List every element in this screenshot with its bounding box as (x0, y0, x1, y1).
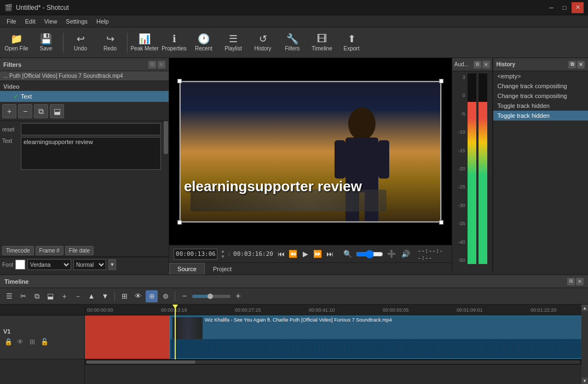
export-button[interactable]: ⬆ Export (337, 30, 366, 56)
track-v1-icons: 🔒 👁 ⊞ 🔓 (3, 337, 81, 347)
peak-meter-button[interactable]: 📊 Peak Meter (130, 30, 159, 56)
font-style-select[interactable]: Normal (73, 259, 106, 270)
history-item-3[interactable]: Toggle track hidden (493, 101, 588, 111)
history-item-4[interactable]: Toggle track hidden (493, 111, 588, 121)
history-item-2[interactable]: Change track compositing (493, 91, 588, 101)
scrollbar-track[interactable] (86, 360, 580, 364)
reset-input[interactable] (21, 123, 161, 135)
filters-close-button[interactable]: ✕ (158, 61, 165, 68)
zoom-out-button[interactable]: 🔍 (342, 248, 354, 260)
timecode-current-input[interactable] (174, 249, 217, 260)
playlist-button[interactable]: ☰ Playlist (219, 30, 247, 56)
font-arrow-button[interactable]: ▼ (108, 259, 116, 270)
recent-button[interactable]: 🕐 Recent (189, 30, 218, 56)
timeline-cut-button[interactable]: ✂ (17, 290, 29, 302)
undo-button[interactable]: ↩ Undo (66, 30, 95, 56)
timeline-up-button[interactable]: ▲ (85, 290, 97, 302)
track-v1-visible-icon[interactable]: 👁 (15, 337, 25, 347)
play-end-button[interactable]: ⏭ (325, 248, 334, 260)
track-clip-main[interactable]: Wiz Khalifa - See You Again ft. Charlie … (170, 316, 581, 359)
menu-file[interactable]: File (2, 17, 21, 26)
font-color-picker[interactable] (15, 260, 25, 270)
volume-button[interactable]: 🔊 (401, 248, 410, 260)
audio-label-50: -50 (454, 257, 465, 263)
timecode-up[interactable]: ▲ (221, 249, 225, 254)
track-v1-unlock-icon[interactable]: 🔓 (39, 337, 49, 347)
timecode-down[interactable]: ▼ (221, 254, 225, 259)
timeline-ripple-button[interactable]: ⊚ (159, 290, 171, 302)
redo-button[interactable]: ↪ Redo (96, 30, 124, 56)
zoom-slider[interactable] (356, 250, 383, 259)
filter-add-button[interactable]: + (2, 104, 16, 118)
timeline-menu-button[interactable]: ☰ (3, 290, 15, 302)
resize-handle-tl[interactable] (177, 79, 182, 83)
history-float-button[interactable]: ⧉ (568, 61, 576, 68)
timeline-remove-button[interactable]: － (72, 290, 84, 302)
timeline-overwrite-button[interactable]: ⊞ (118, 290, 130, 302)
history-button[interactable]: ↺ History (249, 30, 277, 56)
timeline-view-button[interactable]: 👁 (132, 290, 144, 302)
timeline-paste-button[interactable]: ⬓ (44, 290, 56, 302)
filters-float-button[interactable]: ⧉ (148, 61, 156, 68)
zoom-handle[interactable] (207, 294, 213, 299)
play-start-button[interactable]: ⏮ (276, 248, 285, 260)
filter-scrollbar[interactable] (163, 121, 169, 245)
filter-scroll-thumb[interactable] (164, 121, 168, 154)
timeline-copy-button[interactable]: ⧉ (31, 290, 43, 302)
history-item-empty[interactable]: <empty> (493, 71, 588, 81)
timeline-sep-1 (114, 291, 115, 301)
zoom-in-button[interactable]: ➕ (385, 248, 397, 260)
save-button[interactable]: 💾 Save (32, 30, 60, 56)
filedate-button[interactable]: File date (65, 246, 94, 255)
source-tab[interactable]: Source (169, 263, 205, 274)
text-value-input[interactable]: elearningsupporter review (21, 137, 161, 170)
play-button[interactable]: ▶ (301, 248, 310, 260)
filter-text-item[interactable]: ✓ Text (0, 91, 169, 102)
titlebar-controls[interactable]: ─ □ ✕ (545, 2, 584, 13)
resize-handle-bl[interactable] (177, 220, 182, 225)
playhead-triangle (172, 305, 178, 309)
zoom-minus-button[interactable]: － (178, 290, 191, 302)
timeline-button[interactable]: 🎞 Timeline (308, 30, 336, 56)
timeline-snap-button[interactable]: ⊕ (146, 290, 158, 302)
timecode-button[interactable]: Timecode (2, 246, 34, 255)
frameno-button[interactable]: Frame # (36, 246, 64, 255)
menu-help[interactable]: Help (92, 17, 113, 26)
resize-handle-br[interactable] (439, 220, 443, 225)
font-name-select[interactable]: Verdana (27, 259, 71, 270)
close-button[interactable]: ✕ (572, 2, 584, 13)
audio-float-button[interactable]: ⧉ (474, 61, 481, 68)
scrollbar-thumb[interactable] (86, 360, 195, 364)
history-item-1[interactable]: Change track compositing (493, 81, 588, 91)
track-v1-lock-icon[interactable]: 🔒 (3, 337, 13, 347)
timeline-down-button[interactable]: ▼ (99, 290, 111, 302)
project-tab[interactable]: Project (205, 263, 240, 274)
resize-handle-tr[interactable] (439, 79, 443, 83)
scroll-track (581, 311, 588, 377)
menu-view[interactable]: View (40, 17, 62, 26)
audio-close-button[interactable]: ✕ (482, 61, 490, 68)
filter-copy-button[interactable]: ⧉ (34, 104, 48, 118)
maximize-button[interactable]: □ (558, 2, 570, 13)
playhead[interactable] (175, 305, 176, 359)
prev-frame-button[interactable]: ⏪ (289, 248, 297, 260)
timeline-close-button[interactable]: ✕ (576, 278, 584, 285)
minimize-button[interactable]: ─ (545, 2, 557, 13)
filter-remove-button[interactable]: − (18, 104, 32, 118)
scroll-up-button[interactable]: ▲ (581, 305, 588, 311)
filters-button[interactable]: 🔧 Filters (278, 30, 307, 56)
next-frame-button[interactable]: ⏩ (313, 248, 322, 260)
timeline-header-controls: ⧉ ✕ (567, 278, 584, 285)
timeline-add-button[interactable]: ＋ (58, 290, 70, 302)
filter-paste-button[interactable]: ⬓ (50, 104, 64, 118)
open-file-button[interactable]: 📁 Open File (2, 30, 31, 56)
menu-edit[interactable]: Edit (21, 17, 40, 26)
timeline-float-button[interactable]: ⧉ (567, 278, 575, 285)
menu-settings[interactable]: Settings (61, 17, 92, 26)
zoom-plus-button[interactable]: ＋ (232, 290, 244, 302)
scroll-down-button[interactable]: ▼ (581, 377, 588, 384)
track-v1-layers-icon[interactable]: ⊞ (27, 337, 37, 347)
properties-button[interactable]: ℹ Properties (160, 30, 188, 56)
history-close-button[interactable]: ✕ (577, 61, 585, 68)
audio-label-40: -40 (454, 239, 465, 245)
